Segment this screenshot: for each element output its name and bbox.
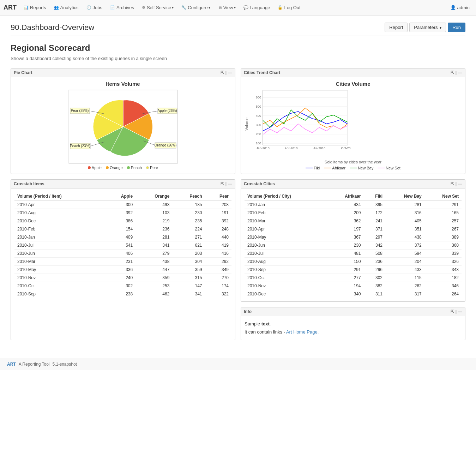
view-dropdown-arrow: ▾: [234, 6, 236, 10]
nav-view-label: View: [223, 5, 233, 10]
cities-chart-controls[interactable]: ⇱ | —: [451, 70, 462, 75]
table-cell: 367: [327, 233, 364, 241]
info-minimize-icon[interactable]: —: [458, 309, 462, 314]
cities-minimize-icon[interactable]: —: [458, 70, 462, 75]
nav-archives[interactable]: 📄 Archives: [107, 4, 138, 12]
table-cell: 438: [135, 258, 172, 266]
table-cell: 203: [172, 250, 205, 258]
crosstab-items-header-row: Volume (Period / Item) Apple Orange Peac…: [14, 192, 231, 201]
table-cell: 2010-Jan: [14, 233, 104, 241]
table-cell: 302: [104, 282, 136, 290]
table-cell: 405: [385, 217, 424, 225]
table-cell: 2010-Jun: [14, 250, 104, 258]
pie-maximize-icon[interactable]: ⇱: [221, 70, 224, 75]
pie-chart-label: Items Volume: [14, 81, 231, 87]
info-controls[interactable]: ⇱ | —: [451, 309, 462, 314]
table-cell: 343: [424, 266, 462, 274]
nav-view[interactable]: 🖥 View ▾: [215, 4, 239, 12]
pie-chart-controls[interactable]: ⇱ | —: [221, 70, 232, 75]
col-apple: Apple: [104, 192, 136, 201]
cities-chart-body: Cities Volume Volume 100 200 3: [241, 77, 465, 174]
table-cell: 440: [205, 233, 231, 241]
table-cell: 182: [424, 274, 462, 282]
info-title: Info: [244, 309, 252, 314]
parameters-button[interactable]: Parameters ▾: [409, 23, 446, 32]
crosstab-cities-header-row: Volume (Period / City) Afrikaar Fiki New…: [245, 192, 462, 201]
crosstab-items-controls[interactable]: ⇱ | —: [221, 181, 232, 186]
run-button[interactable]: Run: [448, 23, 465, 32]
col-afrikaar: Afrikaar: [327, 192, 364, 201]
nav-jobs[interactable]: 🕐 Jobs: [83, 4, 106, 12]
crosstab-items-minimize-icon[interactable]: —: [228, 181, 232, 186]
table-cell: 257: [424, 217, 462, 225]
table-cell: 185: [172, 201, 205, 209]
col-new-bay: New Bay: [385, 192, 424, 201]
col-orange: Orange: [135, 192, 172, 201]
table-cell: 340: [327, 290, 364, 298]
configure-dropdown-arrow: ▾: [209, 6, 210, 10]
table-cell: 322: [205, 290, 231, 298]
table-cell: 209: [327, 209, 364, 217]
table-cell: 165: [424, 209, 462, 217]
cities-legend: Fiki Afrikaar New Bay New Set: [245, 166, 462, 170]
legend-new-set: New Set: [378, 166, 400, 170]
footer-brand[interactable]: ART: [7, 362, 16, 367]
table-cell: 2010-Apr: [14, 201, 104, 209]
table-cell: 326: [424, 258, 462, 266]
nav-analytics[interactable]: 👥 Analytics: [50, 4, 82, 12]
nav-right: 👤 admin: [447, 4, 472, 12]
parameters-dropdown-arrow: ▾: [440, 26, 441, 30]
table-cell: 349: [205, 266, 231, 274]
report-button[interactable]: Report: [385, 23, 408, 32]
cities-maximize-icon[interactable]: ⇱: [451, 70, 454, 75]
svg-text:100: 100: [256, 142, 261, 145]
table-cell: 2010-Sep: [245, 266, 327, 274]
info-maximize-icon[interactable]: ⇱: [451, 309, 454, 314]
admin-user[interactable]: 👤 admin: [447, 4, 472, 12]
self-service-dropdown-arrow: ▾: [172, 6, 174, 10]
svg-text:Apple (26%): Apple (26%): [157, 109, 177, 113]
nav-reports[interactable]: 📊 Reports: [20, 4, 50, 12]
table-cell: 262: [385, 282, 424, 290]
nav-language[interactable]: 💬 Language: [240, 4, 274, 12]
table-cell: 270: [205, 274, 231, 282]
table-row: 2010-Mar362241405257: [245, 217, 462, 225]
nav-self-service[interactable]: ⚙ Self Service ▾: [138, 4, 177, 12]
nav-logout[interactable]: 🔓 Log Out: [274, 4, 304, 12]
svg-text:Orange (26%): Orange (26%): [154, 143, 176, 147]
table-row: 2010-Jan409281271440: [14, 233, 231, 241]
svg-text:600: 600: [256, 96, 261, 99]
dashboard-grid: Pie Chart ⇱ | — Items Volume: [11, 68, 465, 340]
svg-text:500: 500: [256, 105, 261, 108]
nav-configure[interactable]: 🔧 Configure ▾: [178, 4, 213, 12]
reports-icon: 📊: [24, 5, 29, 10]
crosstab-items-title: Crosstab Items: [14, 181, 44, 186]
language-icon: 💬: [243, 5, 248, 10]
afrikaar-line-color: [324, 168, 331, 168]
table-row: 2010-Nov194382262346: [245, 282, 462, 290]
table-cell: 281: [135, 233, 172, 241]
crosstab-items-maximize-icon[interactable]: ⇱: [221, 181, 224, 186]
table-cell: 236: [135, 225, 172, 233]
svg-text:300: 300: [256, 123, 261, 127]
table-cell: 2010-Feb: [245, 209, 327, 217]
table-cell: 2010-Apr: [245, 225, 327, 233]
table-cell: 281: [385, 201, 424, 209]
table-cell: 300: [104, 201, 136, 209]
table-cell: 248: [205, 225, 231, 233]
logout-icon: 🔓: [278, 5, 283, 10]
table-cell: 277: [327, 274, 364, 282]
pie-minimize-icon[interactable]: —: [228, 70, 232, 75]
table-row: 2010-Jun230342372360: [245, 241, 462, 250]
report-title: Regional Scorecard: [11, 43, 465, 53]
crosstab-cities-maximize-icon[interactable]: ⇱: [451, 181, 454, 186]
pie-chart-header: Pie Chart ⇱ | —: [11, 68, 235, 77]
crosstab-cities-minimize-icon[interactable]: —: [458, 181, 462, 186]
info-link[interactable]: Art Home Page.: [286, 329, 319, 335]
table-cell: 433: [385, 266, 424, 274]
footer-version: 5.1-snapshot: [53, 362, 77, 367]
table-row: 2010-Apr300493185208: [14, 201, 231, 209]
crosstab-cities-controls[interactable]: ⇱ | —: [451, 181, 462, 186]
table-cell: 2010-Mar: [245, 217, 327, 225]
brand-logo[interactable]: ART: [4, 4, 17, 11]
